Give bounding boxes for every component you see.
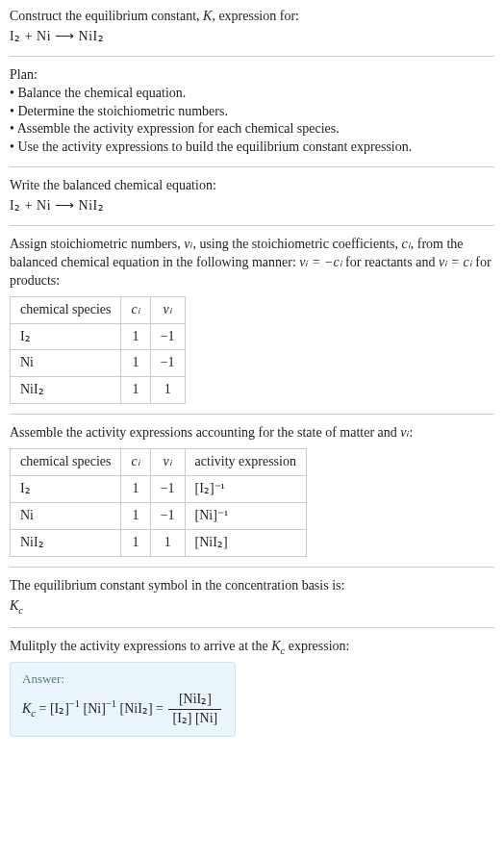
cell-nu: −1 xyxy=(150,350,185,377)
multiply-kc: Kc xyxy=(271,639,285,653)
balanced-title: Write the balanced chemical equation: xyxy=(10,177,494,195)
divider xyxy=(10,627,494,628)
eqconst-symbol: Kc xyxy=(10,597,494,618)
plan-item: • Assemble the activity expression for e… xyxy=(10,120,494,139)
stoich-section: Assign stoichiometric numbers, νᵢ, using… xyxy=(10,236,494,404)
eqconst-line: The equilibrium constant symbol in the c… xyxy=(10,577,494,595)
activity-title: Assemble the activity expressions accoun… xyxy=(10,424,494,442)
activity-nu: νᵢ xyxy=(400,425,409,440)
cell-species: NiI₂ xyxy=(11,377,121,404)
stoich-rel2: νᵢ = cᵢ xyxy=(439,255,472,269)
table-row: NiI₂ 1 1 xyxy=(11,377,186,404)
divider xyxy=(10,414,494,415)
cell-nu: −1 xyxy=(150,323,185,350)
cell-ci: 1 xyxy=(121,476,150,503)
answer-eq1: = [I₂] xyxy=(39,701,69,716)
cell-species: Ni xyxy=(11,350,121,377)
divider xyxy=(10,56,494,57)
activity-title-b: : xyxy=(410,425,414,440)
fraction-numerator: [NiI₂] xyxy=(168,691,221,710)
cell-nu: 1 xyxy=(150,529,185,556)
cell-ci: 1 xyxy=(121,529,150,556)
cell-species: I₂ xyxy=(11,323,121,350)
answer-fraction: [NiI₂] [I₂] [Ni] xyxy=(168,691,221,728)
plan-title: Plan: xyxy=(10,66,494,85)
answer-kc: Kc xyxy=(22,701,36,716)
multiply-line: Mulitply the activity expressions to arr… xyxy=(10,638,494,658)
divider xyxy=(10,225,494,226)
cell-nu: 1 xyxy=(150,377,185,404)
cell-species: Ni xyxy=(11,502,121,529)
col-species: chemical species xyxy=(11,449,121,476)
plan-item: • Balance the chemical equation. xyxy=(10,85,494,103)
answer-expression: Kc = [I₂]−1 [Ni]−1 [NiI₂] = [NiI₂] [I₂] … xyxy=(22,691,223,728)
eqconst-section: The equilibrium constant symbol in the c… xyxy=(10,577,494,618)
intro-text-a: Construct the equilibrium constant, xyxy=(10,9,203,23)
col-ci: cᵢ xyxy=(121,296,150,323)
cell-species: NiI₂ xyxy=(11,529,121,556)
answer-box: Answer: Kc = [I₂]−1 [Ni]−1 [NiI₂] = [NiI… xyxy=(10,662,236,737)
plan-item: • Determine the stoichiometric numbers. xyxy=(10,103,494,121)
multiply-section: Mulitply the activity expressions to arr… xyxy=(10,638,494,737)
cell-nu: −1 xyxy=(150,476,185,503)
answer-nii2: [NiI₂] = xyxy=(120,701,167,716)
stoich-text: Assign stoichiometric numbers, νᵢ, using… xyxy=(10,236,494,291)
table-row: Ni 1 −1 xyxy=(11,350,186,377)
divider xyxy=(10,166,494,167)
activity-title-a: Assemble the activity expressions accoun… xyxy=(10,425,400,440)
stoich-rel1: νᵢ = −cᵢ xyxy=(299,255,341,269)
divider xyxy=(10,567,494,568)
stoich-text-b: , using the stoichiometric coefficients, xyxy=(192,237,401,251)
col-species: chemical species xyxy=(11,296,121,323)
plan-item: • Use the activity expressions to build … xyxy=(10,139,494,157)
table-row: I₂ 1 −1 [I₂]⁻¹ xyxy=(11,476,307,503)
multiply-line-a: Mulitply the activity expressions to arr… xyxy=(10,639,271,653)
cell-activity-expression: [I₂]⁻¹ xyxy=(185,476,306,503)
intro-section: Construct the equilibrium constant, K, e… xyxy=(10,8,494,46)
intro-equation: I₂ + Ni ⟶ NiI₂ xyxy=(10,28,494,46)
stoich-text-a: Assign stoichiometric numbers, xyxy=(10,237,184,251)
balanced-section: Write the balanced chemical equation: I₂… xyxy=(10,177,494,215)
activity-table: chemical species cᵢ νᵢ activity expressi… xyxy=(10,448,307,557)
activity-section: Assemble the activity expressions accoun… xyxy=(10,424,494,556)
stoich-table: chemical species cᵢ νᵢ I₂ 1 −1 Ni 1 −1 N… xyxy=(10,296,186,405)
cell-activity-expression: [NiI₂] xyxy=(185,529,306,556)
cell-ci: 1 xyxy=(121,502,150,529)
table-row: chemical species cᵢ νᵢ activity expressi… xyxy=(11,449,307,476)
cell-nu: −1 xyxy=(150,502,185,529)
stoich-ci: cᵢ xyxy=(402,237,411,251)
table-row: Ni 1 −1 [Ni]⁻¹ xyxy=(11,502,307,529)
cell-ci: 1 xyxy=(121,377,150,404)
cell-species: I₂ xyxy=(11,476,121,503)
table-row: I₂ 1 −1 xyxy=(11,323,186,350)
answer-label: Answer: xyxy=(22,670,223,688)
answer-ni: [Ni] xyxy=(84,701,106,716)
intro-text-b: , expression for: xyxy=(212,9,299,23)
balanced-equation: I₂ + Ni ⟶ NiI₂ xyxy=(10,197,494,215)
col-activity-expression: activity expression xyxy=(185,449,306,476)
plan-section: Plan: • Balance the chemical equation. •… xyxy=(10,66,494,157)
col-nu: νᵢ xyxy=(150,449,185,476)
cell-ci: 1 xyxy=(121,350,150,377)
table-row: NiI₂ 1 1 [NiI₂] xyxy=(11,529,307,556)
col-nu: νᵢ xyxy=(150,296,185,323)
cell-activity-expression: [Ni]⁻¹ xyxy=(185,502,306,529)
intro-k: K xyxy=(203,9,212,23)
table-row: chemical species cᵢ νᵢ xyxy=(11,296,186,323)
stoich-text-d: for reactants and xyxy=(342,255,439,269)
fraction-denominator: [I₂] [Ni] xyxy=(168,710,221,728)
intro-text: Construct the equilibrium constant, K, e… xyxy=(10,8,494,26)
cell-ci: 1 xyxy=(121,323,150,350)
col-ci: cᵢ xyxy=(121,449,150,476)
multiply-line-b: expression: xyxy=(285,639,349,653)
